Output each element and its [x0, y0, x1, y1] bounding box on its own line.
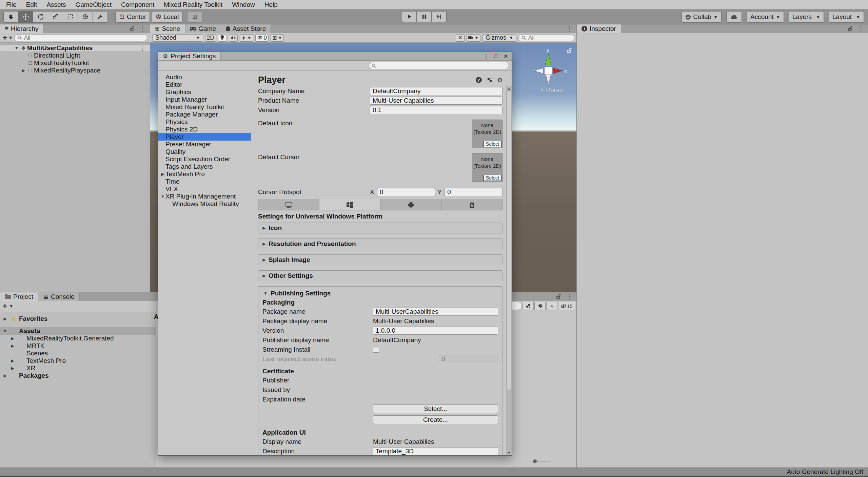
presets-icon[interactable]	[487, 77, 493, 83]
project-settings-titlebar[interactable]: ⚙ Project Settings ⋮ □ ✕	[158, 51, 512, 61]
hierarchy-item[interactable]: MultiUserCapabilities ⋮	[0, 44, 150, 52]
platform-tab-standalone[interactable]	[258, 199, 319, 210]
play-button[interactable]	[402, 11, 417, 22]
settings-category[interactable]: Audio	[158, 74, 251, 81]
lighting-status[interactable]: Auto Generate Lighting Off	[787, 468, 863, 476]
scrollbar-thumb[interactable]	[507, 92, 511, 390]
create-button[interactable]: +	[3, 303, 7, 310]
hand-tool-button[interactable]	[3, 11, 18, 23]
menu-item[interactable]: GameObject	[71, 0, 116, 9]
expander-arrow-icon[interactable]	[9, 358, 16, 363]
layers-dropdown[interactable]: Layers ▼	[789, 11, 824, 23]
kebab-menu-icon[interactable]: ⋮	[483, 53, 489, 59]
expander-arrow-icon[interactable]	[160, 194, 165, 199]
lock-icon[interactable]	[130, 26, 134, 31]
kebab-menu-icon[interactable]: ⋮	[566, 26, 572, 32]
settings-category[interactable]: Package Manager	[158, 111, 251, 118]
menu-item[interactable]: Assets	[42, 0, 71, 9]
scale-tool-button[interactable]	[48, 11, 63, 23]
scene-camera-dropdown[interactable]: ▼	[467, 34, 480, 42]
help-icon[interactable]: ?	[476, 77, 482, 83]
hotspot-x-field[interactable]	[377, 188, 435, 196]
project-tree-item[interactable]: Favorites	[0, 315, 156, 323]
space-mode-button[interactable]: Local	[152, 11, 182, 23]
expander-arrow-icon[interactable]	[261, 226, 267, 230]
expander-arrow-icon[interactable]	[261, 242, 267, 246]
settings-category[interactable]: Editor	[158, 81, 251, 88]
settings-scrollbar[interactable]: ▲ ▼	[506, 86, 512, 455]
kebab-menu-icon[interactable]: ⋮	[566, 294, 572, 300]
expander-arrow-icon[interactable]	[9, 336, 16, 341]
rotate-tool-button[interactable]	[33, 11, 48, 23]
expander-arrow-icon[interactable]	[14, 46, 20, 50]
hierarchy-search-input[interactable]	[23, 34, 144, 42]
kebab-menu-icon[interactable]: ⋮	[140, 45, 146, 51]
settings-category[interactable]: XR Plug-in Management	[158, 193, 251, 200]
create-button[interactable]: +	[3, 34, 7, 42]
collapsible-section-header[interactable]: Icon	[258, 223, 502, 233]
settings-category[interactable]: Graphics	[158, 88, 251, 96]
close-icon[interactable]: ✕	[504, 53, 508, 60]
pause-button[interactable]	[417, 11, 432, 22]
project-tree-item[interactable]: Packages	[0, 372, 156, 379]
company-name-field[interactable]	[370, 87, 502, 95]
project-tree-item[interactable]: TextMesh Pro	[0, 357, 156, 365]
move-tool-button[interactable]	[18, 11, 33, 23]
expander-arrow-icon[interactable]	[2, 373, 8, 378]
gear-icon[interactable]: ⚙	[497, 77, 502, 84]
pivot-mode-button[interactable]: Center	[115, 11, 150, 23]
settings-category[interactable]: Physics	[158, 118, 251, 126]
tab-project-settings[interactable]: ⚙ Project Settings	[158, 52, 221, 60]
lock-icon[interactable]	[567, 48, 572, 53]
publishing-settings-header[interactable]: Publishing Settings	[262, 289, 498, 298]
menu-item[interactable]: Window	[227, 0, 260, 9]
settings-category[interactable]: Quality	[158, 148, 251, 155]
account-dropdown[interactable]: Account ▼	[747, 11, 784, 23]
settings-search-input[interactable]	[378, 62, 506, 69]
expander-arrow-icon[interactable]	[262, 291, 269, 296]
settings-category[interactable]: Windows Mixed Reality	[158, 200, 251, 208]
project-tree-item[interactable]: Assets	[0, 327, 156, 335]
tab-scene[interactable]: ⊞ Scene	[150, 24, 185, 33]
hierarchy-item[interactable]: MixedRealityPlayspace ⋮	[0, 67, 150, 74]
description-field[interactable]	[373, 447, 498, 455]
expander-arrow-icon[interactable]	[160, 172, 165, 177]
project-tree-item[interactable]: Scenes	[0, 350, 156, 357]
scene-effects-dropdown[interactable]: ▼	[240, 34, 253, 42]
lock-icon[interactable]	[556, 294, 561, 299]
settings-category[interactable]: Mixed Reality Toolkit	[158, 103, 251, 111]
version-field[interactable]	[370, 106, 502, 114]
custom-tool-button[interactable]	[93, 11, 108, 23]
scene-searchbox[interactable]	[518, 34, 574, 41]
chevron-down-icon[interactable]: ▼	[8, 35, 13, 40]
select-texture-button[interactable]: Select	[484, 175, 501, 181]
scene-lighting-toggle[interactable]	[218, 34, 227, 42]
expander-arrow-icon[interactable]	[261, 273, 267, 278]
tab-asset-store[interactable]: Asset Store	[221, 24, 271, 33]
transform-tool-button[interactable]	[78, 11, 93, 23]
settings-category[interactable]: Preset Manager	[158, 141, 251, 148]
collapsible-section-header[interactable]: Resolution and Presentation	[258, 239, 502, 249]
perspective-toggle[interactable]: < Persp	[540, 86, 563, 94]
lock-icon[interactable]	[848, 26, 852, 31]
hierarchy-item[interactable]: Directional Light ⋮	[0, 52, 150, 59]
hidden-packages-toggle[interactable]: 15	[558, 302, 575, 310]
expander-arrow-icon[interactable]	[9, 344, 16, 348]
default-cursor-object-field[interactable]: None (Texture 2D) Select	[472, 153, 502, 182]
collab-dropdown[interactable]: Collab ▼	[682, 11, 722, 23]
expander-arrow-icon[interactable]	[20, 68, 26, 73]
rect-tool-button[interactable]	[63, 11, 78, 23]
package-name-field[interactable]	[373, 308, 498, 316]
filter-by-type-button[interactable]	[522, 302, 534, 310]
tab-game[interactable]: Game	[185, 24, 221, 33]
maximize-icon[interactable]: □	[494, 53, 498, 60]
create-certificate-button[interactable]: Create...	[373, 415, 498, 424]
scene-audio-toggle[interactable]	[229, 34, 238, 42]
settings-category[interactable]: Script Execution Order	[158, 155, 251, 163]
scroll-up-arrow[interactable]: ▲	[506, 86, 512, 91]
shading-mode-dropdown[interactable]: Shaded ▼	[152, 34, 203, 42]
package-version-field[interactable]	[373, 327, 498, 335]
streaming-install-checkbox[interactable]	[373, 347, 379, 353]
scene-visibility-toggle[interactable]: 0	[255, 34, 269, 42]
settings-category[interactable]: Player	[158, 133, 251, 141]
